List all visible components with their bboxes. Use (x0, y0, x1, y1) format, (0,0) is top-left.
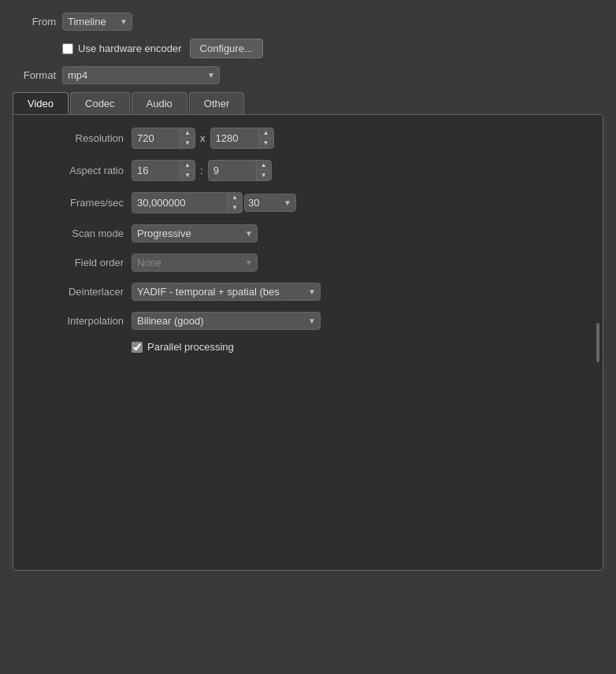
tab-audio[interactable]: Audio (132, 92, 187, 114)
frames-down[interactable]: ▼ (228, 203, 242, 213)
deinterlacer-label: Deinterlacer (29, 286, 124, 298)
tab-video[interactable]: Video (13, 92, 69, 114)
interpolation-label: Interpolation (29, 315, 124, 327)
aspect-ratio-row: Aspect ratio ▲ ▼ : ▲ ▼ (29, 160, 587, 181)
aspect-h-down[interactable]: ▼ (257, 171, 271, 180)
frames-up[interactable]: ▲ (228, 193, 242, 203)
resolution-height-down[interactable]: ▼ (259, 139, 273, 148)
aspect-h-up[interactable]: ▲ (257, 161, 271, 171)
frames-preset-wrapper[interactable]: 30 23.976 24 25 29.97 50 59.94 60 ▼ (244, 194, 296, 212)
aspect-colon-separator: : (200, 165, 203, 176)
deinterlacer-row: Deinterlacer YADIF - temporal + spatial … (29, 283, 587, 301)
hardware-encoder-checkbox[interactable] (62, 43, 73, 54)
field-order-label: Field order (29, 257, 124, 268)
field-order-select-wrapper[interactable]: None Top Field First Bottom Field First … (132, 254, 258, 272)
aspect-w-spinner[interactable]: ▲ ▼ (132, 160, 195, 181)
field-order-row: Field order None Top Field First Bottom … (29, 254, 587, 272)
from-select-wrapper[interactable]: Timeline Sequence Clip ▼ (62, 13, 132, 31)
aspect-w-input[interactable] (132, 162, 180, 179)
hardware-encoder-row: Use hardware encoder Configure... (62, 39, 603, 58)
aspect-h-input[interactable] (209, 162, 256, 179)
aspect-w-buttons: ▲ ▼ (180, 161, 195, 180)
tabs: Video Codec Audio Other (13, 92, 603, 114)
resolution-width-up[interactable]: ▲ (180, 128, 195, 139)
frames-input[interactable] (132, 194, 227, 211)
interpolation-select[interactable]: Nearest neighbor Bilinear (good) Bicubic… (132, 312, 321, 330)
resolution-height-spinner[interactable]: ▲ ▼ (210, 128, 274, 149)
interpolation-row: Interpolation Nearest neighbor Bilinear … (29, 312, 587, 330)
frames-row: Frames/sec ▲ ▼ 30 23.976 24 25 29.97 50 … (29, 192, 587, 213)
resolution-width-buttons: ▲ ▼ (180, 128, 195, 148)
format-select-wrapper[interactable]: mp4 mov avi mkv webm ▼ (62, 66, 220, 84)
frames-preset-select[interactable]: 30 23.976 24 25 29.97 50 59.94 60 (244, 194, 296, 212)
resolution-row: Resolution ▲ ▼ x ▲ ▼ (29, 128, 587, 149)
resolution-height-up[interactable]: ▲ (259, 128, 273, 139)
parallel-processing-checkbox[interactable] (132, 342, 143, 353)
deinterlacer-select[interactable]: YADIF - temporal + spatial (bes YADIF - … (132, 283, 321, 301)
parallel-processing-label: Parallel processing (147, 341, 234, 353)
frames-spinner[interactable]: ▲ ▼ (132, 192, 243, 213)
tab-other[interactable]: Other (189, 92, 245, 114)
deinterlacer-select-wrapper[interactable]: YADIF - temporal + spatial (bes YADIF - … (132, 283, 321, 301)
aspect-h-buttons: ▲ ▼ (256, 161, 271, 180)
interpolation-select-wrapper[interactable]: Nearest neighbor Bilinear (good) Bicubic… (132, 312, 321, 330)
hardware-encoder-label: Use hardware encoder (78, 43, 182, 54)
resolution-width-down[interactable]: ▼ (180, 139, 195, 148)
resolution-height-input[interactable] (211, 130, 258, 146)
format-select[interactable]: mp4 mov avi mkv webm (62, 66, 220, 84)
resolution-x-separator: x (200, 132, 206, 144)
video-panel: Resolution ▲ ▼ x ▲ ▼ Aspect ratio ▲ ▼ (13, 114, 603, 571)
tab-codec[interactable]: Codec (70, 92, 130, 114)
aspect-h-spinner[interactable]: ▲ ▼ (208, 160, 272, 181)
aspect-w-down[interactable]: ▼ (180, 171, 195, 180)
parallel-processing-row: Parallel processing (29, 341, 587, 353)
aspect-w-up[interactable]: ▲ (180, 161, 195, 171)
resolution-width-input[interactable] (132, 130, 180, 146)
scan-mode-select-wrapper[interactable]: Progressive Interlaced ▼ (132, 224, 258, 243)
format-label: Format (13, 69, 56, 81)
configure-button[interactable]: Configure... (190, 39, 263, 58)
resolution-width-spinner[interactable]: ▲ ▼ (132, 128, 195, 149)
resolution-label: Resolution (29, 132, 124, 144)
from-label: From (13, 16, 56, 28)
aspect-ratio-label: Aspect ratio (29, 165, 124, 176)
frames-buttons: ▲ ▼ (227, 193, 242, 213)
format-row: Format mp4 mov avi mkv webm ▼ (13, 66, 603, 84)
scrollbar-track (596, 323, 599, 362)
field-order-select[interactable]: None Top Field First Bottom Field First (132, 254, 258, 272)
scan-mode-select[interactable]: Progressive Interlaced (132, 224, 258, 243)
parallel-processing-checkbox-row: Parallel processing (132, 341, 234, 353)
from-row: From Timeline Sequence Clip ▼ (13, 13, 603, 31)
frames-label: Frames/sec (29, 197, 124, 209)
from-select[interactable]: Timeline Sequence Clip (62, 13, 132, 31)
scan-mode-row: Scan mode Progressive Interlaced ▼ (29, 224, 587, 243)
resolution-height-buttons: ▲ ▼ (258, 128, 273, 148)
scan-mode-label: Scan mode (29, 228, 124, 239)
